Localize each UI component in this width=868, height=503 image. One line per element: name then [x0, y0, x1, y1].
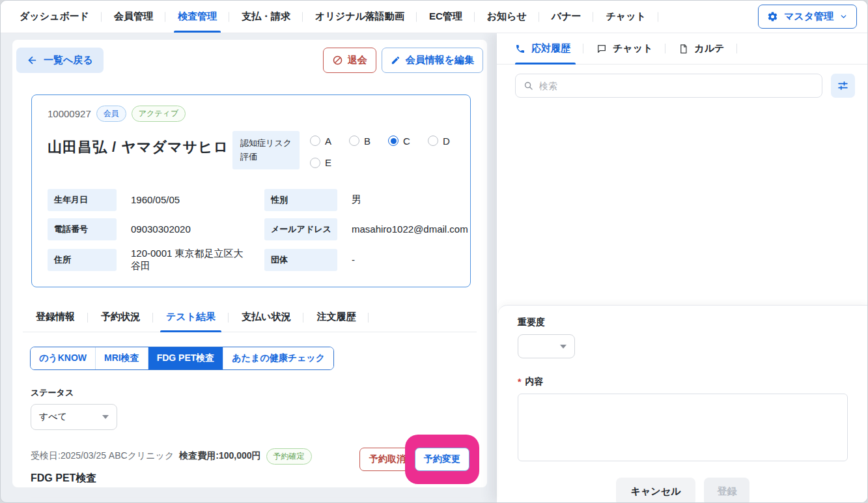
required-asterisk: * [518, 377, 521, 387]
master-admin-button[interactable]: マスタ管理 [758, 5, 857, 29]
nav-item-label: ダッシュボード [20, 10, 89, 23]
interaction-tabs: 応対履歴 チャット カルテ [497, 33, 867, 65]
nav-item-label: お知らせ [487, 10, 527, 23]
segment-mri[interactable]: MRI検査 [95, 347, 148, 369]
risk-radio-c[interactable]: C [388, 134, 410, 147]
pencil-icon [391, 55, 400, 65]
segment-label: のうKNOW [39, 352, 87, 363]
segment-label: MRI検査 [104, 352, 139, 363]
tab-label: 予約状況 [101, 311, 140, 322]
withdraw-button[interactable]: 退会 [323, 48, 376, 73]
risk-radio-d[interactable]: D [428, 134, 450, 147]
field-value-address: 120-0001 東京都足立区大谷田 [131, 248, 250, 272]
tab-response-history[interactable]: 応対履歴 [515, 41, 583, 64]
result-actions: 予約取消 予約変更 [359, 435, 479, 484]
reservation-confirmed-badge: 予約確定 [266, 448, 312, 465]
tab-test-results[interactable]: テスト結果 [153, 308, 229, 332]
member-status-badge: アクティブ [132, 106, 186, 122]
field-label-gender: 性別 [264, 189, 337, 211]
history-search-row [497, 65, 867, 98]
search-box [515, 74, 822, 98]
field-label-group: 団体 [264, 249, 337, 271]
chat-bubble-icon [596, 44, 607, 54]
nav-item-label: バナー [552, 10, 581, 23]
tab-label: 登録情報 [36, 311, 75, 322]
caret-down-icon [102, 415, 109, 419]
risk-radio-b[interactable]: B [349, 134, 371, 147]
tab-label: カルテ [694, 42, 724, 55]
field-value-phone: 09030302020 [131, 223, 250, 235]
sliders-icon [837, 79, 849, 92]
result-date-clinic: 受検日:2025/03/25 ABCクリニック [31, 450, 174, 462]
content-textarea[interactable] [518, 394, 848, 461]
member-detail-panel: 一覧へ戻る 退会 会員情報を編集 10000927 会員 アクティブ 山田昌弘 … [12, 40, 487, 487]
arrow-left-icon [27, 55, 38, 66]
tab-label: チャット [613, 42, 652, 55]
status-filter-select[interactable]: すべて [31, 404, 117, 430]
nav-item-exams[interactable]: 検査管理 [165, 1, 229, 33]
tab-payment-status[interactable]: 支払い状況 [229, 308, 303, 332]
search-input[interactable] [539, 81, 814, 91]
app-window: ダッシュボード 会員管理 検査管理 支払・請求 オリジナル落語動画 EC管理 お… [0, 0, 868, 503]
nav-item-label: 支払・請求 [242, 10, 290, 23]
form-submit-button[interactable]: 登録 [704, 478, 749, 503]
tab-chat[interactable]: チャット [596, 41, 665, 64]
segment-nouknow[interactable]: のうKNOW [31, 347, 95, 369]
dementia-risk-group: 認知症リスク 評価 A B C D E [232, 131, 455, 169]
tab-reservation-status[interactable]: 予約状況 [88, 308, 153, 332]
nav-item-billing[interactable]: 支払・請求 [229, 1, 303, 33]
member-id-row: 10000927 会員 アクティブ [48, 106, 455, 122]
edit-member-button[interactable]: 会員情報を編集 [382, 48, 483, 73]
filter-button[interactable] [831, 74, 855, 98]
dementia-risk-label-line1: 認知症リスク [240, 136, 292, 150]
nav-item-videos[interactable]: オリジナル落語動画 [303, 1, 417, 33]
search-icon [524, 81, 533, 91]
segment-health-check[interactable]: あたまの健康チェック [223, 347, 333, 369]
member-info-grid: 生年月日 1960/05/05 性別 男 電話番号 09030302020 メー… [48, 189, 455, 272]
risk-radio-label: A [325, 136, 331, 147]
nav-item-banner[interactable]: バナー [539, 1, 594, 33]
tab-registration-info[interactable]: 登録情報 [23, 308, 88, 332]
detail-toolbar: 一覧へ戻る 退会 会員情報を編集 [12, 48, 487, 73]
nav-item-members[interactable]: 会員管理 [102, 1, 165, 33]
radio-icon [349, 136, 359, 146]
test-result-row: 受検日:2025/03/25 ABCクリニック 検査費用:100,000円 予約… [31, 448, 471, 498]
change-reservation-button[interactable]: 予約変更 [415, 448, 469, 471]
content-label: 内容 [525, 376, 543, 388]
field-value-birthdate: 1960/05/05 [131, 194, 250, 205]
field-label-address: 住所 [48, 249, 117, 271]
top-nav: ダッシュボード 会員管理 検査管理 支払・請求 オリジナル落語動画 EC管理 お… [1, 1, 867, 33]
radio-icon [310, 136, 320, 146]
nav-item-label: オリジナル落語動画 [315, 10, 404, 23]
response-entry-form: 重要度 * 内容 キャンセル 登録 [498, 305, 867, 502]
nav-item-chat[interactable]: チャット [593, 1, 658, 33]
tab-order-history[interactable]: 注文履歴 [303, 308, 369, 332]
member-name: 山田昌弘 / ヤマダマサヒロ [48, 131, 229, 157]
status-filter-label: ステータス [31, 387, 487, 399]
tab-label: テスト結果 [166, 311, 216, 322]
nav-item-news[interactable]: お知らせ [475, 1, 539, 33]
risk-radio-label: C [403, 136, 410, 147]
interaction-panel: 応対履歴 チャット カルテ 重要度 [497, 33, 867, 502]
nav-item-ec[interactable]: EC管理 [417, 1, 475, 33]
segment-fdg-pet[interactable]: FDG PET検査 [148, 347, 223, 369]
tab-karte[interactable]: カルテ [679, 41, 737, 64]
annotation-highlight: 予約変更 [405, 435, 479, 484]
nav-item-label: EC管理 [429, 10, 462, 23]
risk-radio-a[interactable]: A [310, 134, 331, 147]
nav-item-label: 検査管理 [178, 10, 217, 23]
back-to-list-label: 一覧へ戻る [44, 54, 93, 66]
back-to-list-button[interactable]: 一覧へ戻る [16, 48, 104, 73]
risk-radio-e[interactable]: E [310, 156, 331, 169]
phone-icon [515, 44, 525, 54]
importance-select[interactable] [518, 334, 575, 358]
tab-label: 支払い状況 [242, 311, 290, 322]
caret-down-icon [560, 345, 567, 349]
risk-radio-group: A B C D E [310, 131, 455, 169]
nav-item-dashboard[interactable]: ダッシュボード [7, 1, 102, 33]
test-type-segment: のうKNOW MRI検査 FDG PET検査 あたまの健康チェック [30, 347, 334, 370]
risk-radio-label: D [443, 136, 450, 147]
master-admin-label: マスタ管理 [784, 10, 833, 23]
member-id: 10000927 [48, 108, 91, 119]
form-cancel-button[interactable]: キャンセル [616, 478, 696, 503]
